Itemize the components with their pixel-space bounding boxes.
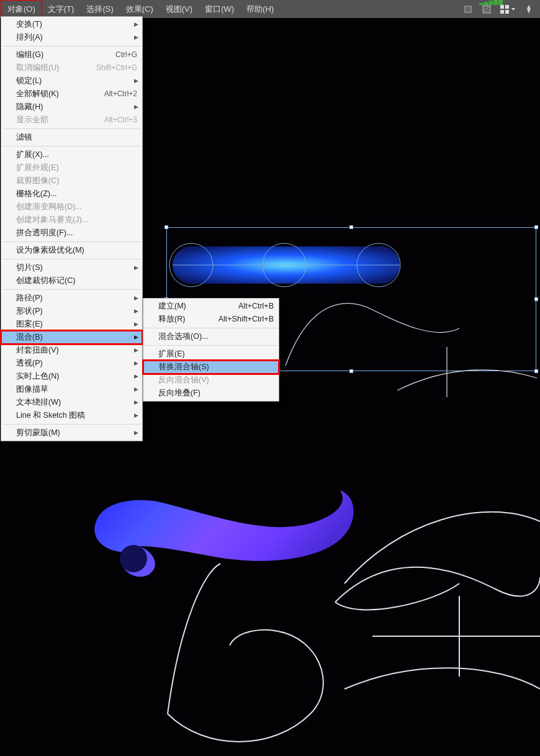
object-menu-item[interactable]: 锁定(L)▶ bbox=[1, 74, 142, 88]
object-menu-item[interactable]: 全部解锁(K)Alt+Ctrl+2 bbox=[1, 88, 142, 101]
object-menu-item[interactable]: 设为像素级优化(M) bbox=[1, 244, 142, 257]
menu-item-shortcut: Alt+Shift+Ctrl+B bbox=[218, 314, 274, 325]
object-menu-item[interactable]: 图像描草▶ bbox=[1, 383, 142, 396]
menu-item-label: 文本绕排(W) bbox=[16, 397, 61, 408]
blend-submenu-item[interactable]: 替换混合轴(S) bbox=[143, 361, 279, 374]
object-menu-item[interactable]: 形状(P)▶ bbox=[1, 305, 142, 318]
object-menu-item[interactable]: 路径(P)▶ bbox=[1, 292, 142, 305]
menu-item-label: 扩展(E) bbox=[158, 349, 185, 359]
submenu-arrow-icon: ▶ bbox=[134, 397, 138, 408]
blend-submenu-item[interactable]: 反向堆叠(F) bbox=[143, 387, 279, 400]
blend-submenu-item[interactable]: 释放(R)Alt+Shift+Ctrl+B bbox=[143, 313, 279, 326]
menu-item-label: 混合(B) bbox=[16, 332, 43, 343]
object-menu-item[interactable]: 栅格化(Z)... bbox=[1, 187, 142, 200]
object-menu-separator bbox=[2, 289, 142, 290]
menu-help[interactable]: 帮助(H) bbox=[240, 0, 280, 19]
submenu-arrow-icon: ▶ bbox=[134, 306, 138, 317]
menu-item-label: 建立(M) bbox=[158, 301, 186, 312]
object-menu-item: 取消编组(U)Shift+Ctrl+G bbox=[1, 61, 142, 74]
menu-item-label: 创建渐变网格(D)... bbox=[16, 202, 82, 212]
canvas-art-bottom bbox=[0, 397, 540, 756]
object-menu-item[interactable]: 切片(S)▶ bbox=[1, 261, 142, 274]
menu-item-label: 形状(P) bbox=[16, 306, 43, 317]
object-menu-item[interactable]: 透视(P)▶ bbox=[1, 357, 142, 370]
menu-item-label: 释放(R) bbox=[158, 314, 185, 325]
canvas-bottom bbox=[0, 397, 540, 756]
submenu-arrow-icon: ▶ bbox=[134, 293, 138, 304]
menu-item-label: 全部解锁(K) bbox=[16, 89, 59, 99]
object-menu-item[interactable]: 创建裁切标记(C) bbox=[1, 274, 142, 287]
menu-item-shortcut: Alt+Ctrl+B bbox=[238, 301, 274, 312]
menu-view[interactable]: 视图(V) bbox=[160, 0, 199, 19]
menu-item-label: 混合选项(O)... bbox=[158, 331, 208, 342]
object-menu-item[interactable]: 实时上色(N)▶ bbox=[1, 370, 142, 383]
object-menu-item[interactable]: 封套扭曲(V)▶ bbox=[1, 344, 142, 357]
menu-item-label: 滤镜 bbox=[16, 132, 32, 143]
menu-item-shortcut: Ctrl+G bbox=[115, 50, 137, 60]
rocket-icon[interactable] bbox=[523, 3, 535, 16]
object-menu-item: 创建对象马赛克(J)... bbox=[1, 214, 142, 227]
blend-submenu-item: 反向混合轴(V) bbox=[143, 374, 279, 387]
object-menu-item[interactable]: 编组(G)Ctrl+G bbox=[1, 48, 142, 61]
object-menu-item[interactable]: Line 和 Sketch 图稿▶ bbox=[1, 409, 142, 422]
object-menu-item[interactable]: 混合(B)▶ bbox=[1, 331, 142, 344]
menu-item-label: 扩展外观(E) bbox=[16, 163, 59, 173]
menu-item-label: 锁定(L) bbox=[16, 76, 42, 86]
object-menu-item: 显示全部Alt+Ctrl+3 bbox=[1, 114, 142, 127]
object-menu-dropdown[interactable]: 变换(T)▶排列(A)▶编组(G)Ctrl+G取消编组(U)Shift+Ctrl… bbox=[1, 16, 143, 441]
menu-item-label: 栅格化(Z)... bbox=[16, 189, 56, 199]
menu-item-label: 图案(E) bbox=[16, 319, 43, 330]
submenu-arrow-icon: ▶ bbox=[134, 332, 138, 343]
menu-item-label: 替换混合轴(S) bbox=[158, 362, 209, 372]
blend-submenu-item[interactable]: 扩展(E) bbox=[143, 348, 279, 361]
svg-point-13 bbox=[120, 545, 147, 572]
object-menu-item[interactable]: 文本绕排(W)▶ bbox=[1, 396, 142, 409]
object-menu-separator bbox=[2, 146, 142, 146]
menu-window[interactable]: 窗口(W) bbox=[199, 0, 240, 19]
object-menu-item[interactable]: 扩展(X)... bbox=[1, 148, 142, 161]
blend-submenu[interactable]: 建立(M)Alt+Ctrl+B释放(R)Alt+Shift+Ctrl+B混合选项… bbox=[143, 298, 279, 402]
menu-item-shortcut: Alt+Ctrl+3 bbox=[104, 115, 137, 125]
blend-submenu-separator bbox=[144, 345, 278, 346]
object-menu-item[interactable]: 变换(T)▶ bbox=[1, 18, 142, 31]
object-menu-item[interactable]: 隐藏(H)▶ bbox=[1, 101, 142, 114]
object-menu-item[interactable]: 排列(A)▶ bbox=[1, 31, 142, 44]
menu-item-label: 反向混合轴(V) bbox=[158, 375, 209, 385]
object-menu-item: 裁剪图像(C) bbox=[1, 174, 142, 187]
menu-item-label: 取消编组(U) bbox=[16, 63, 59, 73]
submenu-arrow-icon: ▶ bbox=[134, 358, 138, 369]
object-menu-item[interactable]: 剪切蒙版(M)▶ bbox=[1, 426, 142, 439]
menu-item-label: Line 和 Sketch 图稿 bbox=[16, 410, 85, 421]
blend-submenu-item[interactable]: 混合选项(O)... bbox=[143, 330, 279, 343]
object-menu-separator bbox=[2, 128, 142, 129]
menu-item-label: 实时上色(N) bbox=[16, 371, 59, 382]
menu-item-label: 切片(S) bbox=[16, 263, 43, 273]
menu-item-label: 编组(G) bbox=[16, 50, 43, 60]
menu-item-shortcut: Shift+Ctrl+G bbox=[96, 63, 137, 73]
menu-item-label: 封套扭曲(V) bbox=[16, 345, 59, 356]
blend-submenu-separator bbox=[144, 328, 278, 328]
menu-item-label: 创建裁切标记(C) bbox=[16, 276, 75, 286]
object-menu-item[interactable]: 图案(E)▶ bbox=[1, 318, 142, 331]
svg-rect-7 bbox=[505, 10, 509, 14]
submenu-arrow-icon: ▶ bbox=[134, 102, 138, 112]
blend-submenu-item[interactable]: 建立(M)Alt+Ctrl+B bbox=[143, 300, 279, 313]
gpu-meter-icon bbox=[479, 0, 503, 5]
submenu-arrow-icon: ▶ bbox=[134, 32, 138, 43]
submenu-arrow-icon: ▶ bbox=[134, 384, 138, 395]
object-menu-item: 扩展外观(E) bbox=[1, 161, 142, 174]
submenu-arrow-icon: ▶ bbox=[134, 263, 138, 273]
svg-rect-6 bbox=[500, 10, 504, 14]
submenu-arrow-icon: ▶ bbox=[134, 345, 138, 356]
doc-icon[interactable] bbox=[462, 3, 474, 16]
submenu-arrow-icon: ▶ bbox=[134, 371, 138, 382]
menu-item-label: 透视(P) bbox=[16, 358, 43, 369]
menu-item-shortcut: Alt+Ctrl+2 bbox=[104, 89, 137, 99]
object-menu-item[interactable]: 滤镜 bbox=[1, 131, 142, 144]
object-menu-separator bbox=[2, 241, 142, 242]
svg-text:St: St bbox=[484, 6, 490, 13]
menu-item-label: 裁剪图像(C) bbox=[16, 176, 59, 186]
menu-item-label: 扩展(X)... bbox=[16, 150, 49, 160]
menubar-right-icons: St bbox=[462, 3, 540, 16]
object-menu-item[interactable]: 拼合透明度(F)... bbox=[1, 227, 142, 240]
